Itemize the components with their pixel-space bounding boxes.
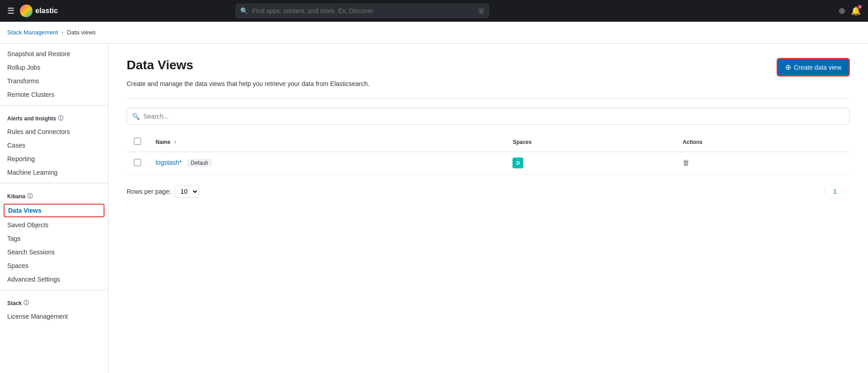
table-header-row: Name ↑ Spaces Actions (127, 132, 850, 152)
global-search-bar: 🔍 / (236, 4, 489, 18)
page-controls: ‹ 1 › (820, 186, 850, 197)
page-description: Create and manage the data views that he… (127, 80, 850, 87)
top-nav: ☰ elastic 🔍 / ⊕ 🔔 (0, 0, 868, 22)
sidebar-item-search-sessions[interactable]: Search Sessions (0, 245, 108, 259)
table-header-name[interactable]: Name ↑ (148, 132, 505, 152)
sidebar-section-stack-label: Stack (7, 300, 22, 306)
main-content: Data Views ⊕ Create data view Create and… (109, 43, 868, 373)
sidebar-item-tags[interactable]: Tags (0, 232, 108, 245)
row-name-cell: logstash* Default (148, 152, 505, 174)
create-icon: ⊕ (785, 63, 791, 72)
sidebar-divider-1 (0, 105, 108, 105)
data-views-table: Name ↑ Spaces Actions (127, 132, 850, 174)
help-icon[interactable]: ⊕ (839, 6, 845, 16)
sidebar-item-machine-learning[interactable]: Machine Learning (0, 166, 108, 179)
elastic-logo[interactable]: elastic (20, 5, 58, 17)
elastic-logo-circle (20, 5, 33, 17)
sidebar-section-stack: Stack ⓘ (0, 294, 108, 310)
menu-icon[interactable]: ☰ (7, 6, 14, 16)
sidebar: Snapshot and Restore Rollup Jobs Transfo… (0, 43, 109, 373)
row-spaces-cell: D (505, 152, 675, 174)
next-page-button[interactable]: › (840, 186, 850, 197)
stack-help-icon[interactable]: ⓘ (24, 299, 29, 307)
sidebar-item-remote-clusters[interactable]: Remote Clusters (0, 88, 108, 101)
breadcrumb-data-views: Data views (67, 29, 96, 36)
sidebar-section-kibana-label: Kibana (7, 193, 25, 200)
slash-shortcut: / (478, 8, 484, 14)
kibana-help-icon[interactable]: ⓘ (27, 192, 33, 200)
breadcrumb-stack-management[interactable]: Stack Management (7, 29, 58, 36)
current-page: 1 (833, 188, 837, 195)
rows-per-page-select[interactable]: 10 25 50 (175, 185, 199, 198)
sidebar-item-advanced-settings[interactable]: Advanced Settings (0, 273, 108, 286)
nav-right: ⊕ 🔔 (839, 6, 861, 16)
page-header: Data Views ⊕ Create data view (127, 58, 850, 77)
global-search-input[interactable] (236, 4, 489, 18)
space-avatar: D (512, 158, 523, 168)
data-view-link[interactable]: logstash* (156, 159, 182, 166)
create-button-label: Create data view (794, 64, 841, 71)
table-header-actions: Actions (675, 132, 850, 152)
layout: Snapshot and Restore Rollup Jobs Transfo… (0, 43, 868, 373)
sidebar-divider-3 (0, 290, 108, 290)
sidebar-item-transforms[interactable]: Transforms (0, 74, 108, 88)
sidebar-item-reporting[interactable]: Reporting (0, 152, 108, 166)
table-search-container: 🔍 (127, 108, 850, 125)
table-header-spaces: Spaces (505, 132, 675, 152)
sidebar-section-kibana: Kibana ⓘ (0, 187, 108, 203)
notification-badge (858, 5, 862, 9)
sidebar-item-saved-objects[interactable]: Saved Objects (0, 218, 108, 232)
prev-page-button[interactable]: ‹ (820, 186, 830, 197)
alerts-help-icon[interactable]: ⓘ (58, 115, 63, 122)
search-icon: 🔍 (240, 7, 248, 14)
table-search-input[interactable] (127, 108, 850, 125)
table-row: logstash* Default D 🗑 (127, 152, 850, 174)
sidebar-divider-2 (0, 183, 108, 183)
sidebar-item-cases[interactable]: Cases (0, 139, 108, 152)
sidebar-section-alerts-label: Alerts and Insights (7, 115, 56, 122)
header-divider (127, 98, 850, 99)
create-data-view-button[interactable]: ⊕ Create data view (777, 58, 850, 77)
elastic-logo-text: elastic (35, 7, 58, 15)
sort-icon: ↑ (174, 139, 176, 145)
table-search-icon: 🔍 (132, 113, 140, 120)
sidebar-item-rules-connectors[interactable]: Rules and Connectors (0, 125, 108, 139)
sidebar-section-alerts: Alerts and Insights ⓘ (0, 109, 108, 125)
select-all-checkbox[interactable] (134, 138, 141, 145)
breadcrumb-separator: › (62, 29, 63, 36)
rows-per-page-label: Rows per page: (127, 188, 171, 195)
delete-icon[interactable]: 🗑 (683, 159, 690, 167)
row-checkbox-cell (127, 152, 148, 174)
sidebar-item-license-management[interactable]: License Management (0, 310, 108, 323)
sidebar-item-snapshot-restore[interactable]: Snapshot and Restore (0, 47, 108, 61)
page-title: Data Views (127, 58, 193, 72)
row-checkbox[interactable] (134, 159, 141, 166)
sidebar-item-data-views[interactable]: Data Views (4, 204, 104, 217)
row-actions-cell: 🗑 (675, 152, 850, 174)
default-badge: Default (187, 159, 211, 167)
name-column-label: Name (156, 139, 171, 145)
notifications-icon[interactable]: 🔔 (851, 6, 861, 16)
pagination: Rows per page: 10 25 50 ‹ 1 › (127, 182, 850, 198)
sidebar-item-rollup-jobs[interactable]: Rollup Jobs (0, 61, 108, 74)
rows-per-page: Rows per page: 10 25 50 (127, 185, 203, 198)
breadcrumb-bar: Stack Management › Data views (0, 22, 868, 43)
table-header-checkbox-cell (127, 132, 148, 152)
sidebar-item-spaces[interactable]: Spaces (0, 259, 108, 273)
